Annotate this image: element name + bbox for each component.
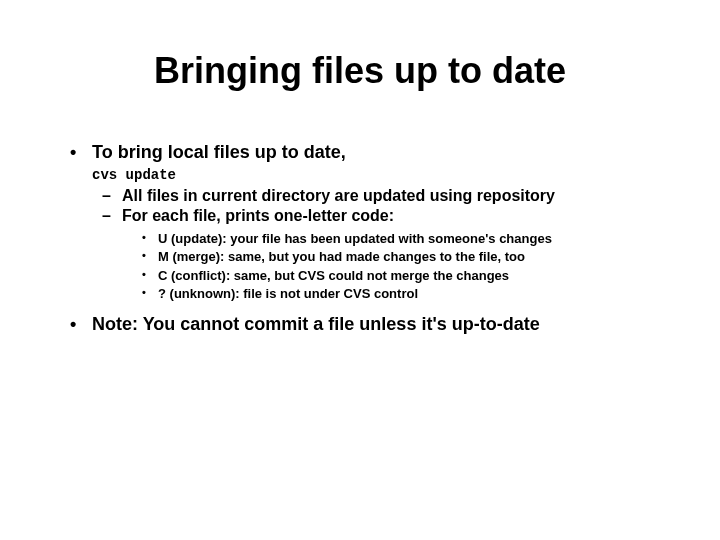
list-item: Note: You cannot commit a file unless it…: [70, 314, 660, 335]
bullet-list-level3: U (update): your file has been updated w…: [122, 231, 660, 302]
bullet-text: M (merge): same, but you had made change…: [158, 249, 525, 264]
slide-title: Bringing files up to date: [60, 50, 660, 92]
bullet-text: Note: You cannot commit a file unless it…: [92, 314, 540, 334]
list-item: To bring local files up to date, cvs upd…: [70, 142, 660, 302]
bullet-list-level1: To bring local files up to date, cvs upd…: [60, 142, 660, 335]
list-item: ? (unknown): file is not under CVS contr…: [142, 286, 660, 302]
list-item: All files in current directory are updat…: [102, 187, 660, 205]
code-command: cvs update: [92, 167, 660, 183]
list-item: For each file, prints one-letter code: U…: [102, 207, 660, 302]
bullet-list-level2: All files in current directory are updat…: [92, 187, 660, 302]
bullet-text: To bring local files up to date,: [92, 142, 346, 162]
bullet-text: C (conflict): same, but CVS could not me…: [158, 268, 509, 283]
list-item: M (merge): same, but you had made change…: [142, 249, 660, 265]
bullet-text: ? (unknown): file is not under CVS contr…: [158, 286, 418, 301]
bullet-text: All files in current directory are updat…: [122, 187, 555, 204]
list-item: U (update): your file has been updated w…: [142, 231, 660, 247]
bullet-text: For each file, prints one-letter code:: [122, 207, 394, 224]
bullet-text: U (update): your file has been updated w…: [158, 231, 552, 246]
list-item: C (conflict): same, but CVS could not me…: [142, 268, 660, 284]
